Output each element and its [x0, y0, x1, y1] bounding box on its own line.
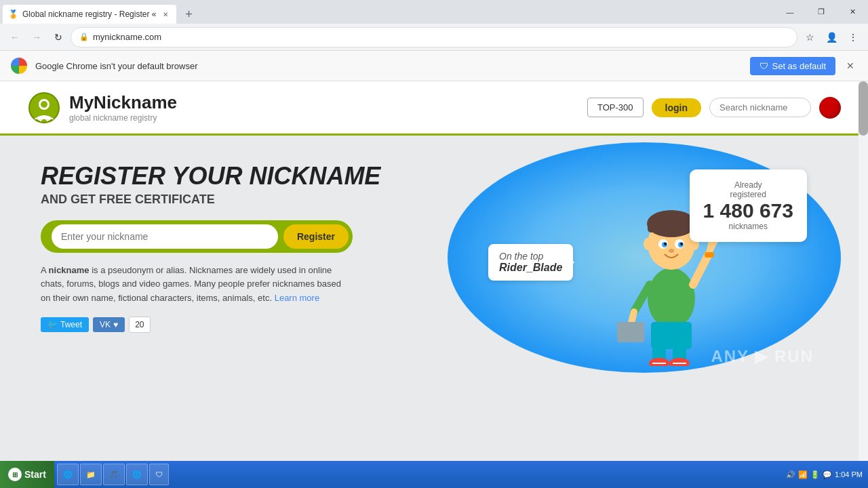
toolbar: ← → ↻ 🔒 mynickname.com ☆ 👤 ⋮ [0, 24, 868, 51]
set-default-button[interactable]: 🛡 Set as default [750, 57, 836, 75]
header-nav: TOP-300 login [587, 97, 841, 119]
bookmark-button[interactable]: ☆ [800, 28, 819, 47]
scrollbar-thumb[interactable] [859, 81, 868, 136]
logo-text-area: MyNickname global nickname registry [69, 92, 177, 123]
main-hero: REGISTER YOUR NICKNAME AND GET FREE CERT… [0, 136, 868, 461]
login-button[interactable]: login [652, 98, 701, 117]
svg-point-3 [648, 268, 695, 329]
register-button[interactable]: Register [283, 224, 349, 249]
learn-more-link[interactable]: Learn more [275, 293, 319, 303]
social-bar: 🐦 Tweet VK ♥ 20 [41, 317, 475, 333]
taskbar-tray: 🔊 📶 🔋 💬 1:04 PM [781, 470, 868, 479]
nickname-bold: nickname [49, 265, 90, 275]
logo-main-text: MyNickname [69, 92, 177, 113]
battery-icon: 🔋 [810, 470, 820, 479]
like-count: 20 [129, 317, 150, 333]
svg-point-2 [41, 101, 47, 108]
reload-button[interactable]: ↻ [49, 28, 68, 47]
anyrun-watermark: ANY ▶ RUN [711, 347, 814, 366]
logo-icon [27, 91, 61, 125]
svg-point-11 [664, 243, 667, 245]
taskbar: ⊞ Start 🌐 📁 🎵 🌐 🛡 🔊 📶 🔋 💬 1:04 PM [0, 461, 868, 488]
search-nickname-input[interactable] [709, 98, 811, 117]
logo-area: MyNickname global nickname registry [27, 91, 177, 125]
tab-title: Global nickname registry - Register « [22, 9, 156, 19]
minimize-button[interactable]: — [774, 0, 806, 24]
back-button[interactable]: ← [5, 28, 24, 47]
toolbar-right: ☆ 👤 ⋮ [800, 28, 863, 47]
heart-icon: ♥ [113, 320, 118, 329]
menu-button[interactable]: ⋮ [844, 28, 863, 47]
vk-icon: VK [100, 320, 111, 329]
svg-point-12 [680, 243, 683, 245]
window-controls: — ❐ ✕ [774, 0, 868, 24]
active-tab[interactable]: 🏅 Global nickname registry - Register « … [3, 5, 176, 24]
speaker-icon: 🔊 [786, 470, 795, 479]
folder-icon: 📁 [86, 470, 96, 479]
taskbar-item-media[interactable]: 🎵 [103, 464, 125, 485]
svg-point-13 [669, 249, 674, 253]
taskbar-items: 🌐 📁 🎵 🌐 🛡 [54, 464, 781, 485]
svg-point-20 [649, 358, 669, 366]
stats-already: Already [703, 180, 793, 190]
taskbar-clock: 1:04 PM [835, 470, 863, 479]
hero-left: REGISTER YOUR NICKNAME AND GET FREE CERT… [41, 156, 475, 333]
logo-sub-text: global nickname registry [69, 113, 177, 123]
new-tab-button[interactable]: + [179, 5, 198, 24]
titlebar: 🏅 Global nickname registry - Register « … [0, 0, 868, 24]
page-content: MyNickname global nickname registry TOP-… [0, 81, 868, 461]
nickname-input[interactable] [52, 224, 278, 249]
svg-rect-6 [648, 222, 695, 232]
top300-button[interactable]: TOP-300 [587, 98, 644, 117]
twitter-icon: 🐦 [47, 320, 58, 329]
notification-text: Google Chrome isn't your default browser [35, 61, 742, 71]
start-button[interactable]: ⊞ Start [0, 461, 54, 488]
chrome-icon: 🌐 [132, 470, 142, 479]
description-text: A nickname is a pseudonym or alias. Nick… [41, 264, 353, 306]
svg-rect-17 [651, 322, 692, 349]
notification-bar: Google Chrome isn't your default browser… [0, 51, 868, 81]
tab-favicon: 🏅 [8, 9, 18, 19]
taskbar-item-chrome[interactable]: 🌐 [126, 464, 148, 485]
hero-title-line2: AND GET FREE CERTIFICATE [41, 192, 475, 207]
taskbar-item-security[interactable]: 🛡 [149, 464, 169, 485]
bubble-line1: On the top [499, 251, 562, 262]
language-selector[interactable] [819, 97, 841, 119]
site-header: MyNickname global nickname registry TOP-… [0, 81, 868, 136]
chrome-logo-icon [11, 58, 27, 74]
forward-button[interactable]: → [27, 28, 46, 47]
taskbar-item-ie[interactable]: 🌐 [57, 464, 79, 485]
svg-point-14 [644, 238, 652, 250]
hero-title-line1: REGISTER YOUR NICKNAME [41, 163, 475, 190]
register-box: Register [41, 220, 353, 253]
taskbar-item-explorer[interactable]: 📁 [80, 464, 102, 485]
stats-registered: registered [703, 190, 793, 199]
tab-close-button[interactable]: ✕ [160, 9, 171, 20]
bubble-line2: Rider_Blade [499, 262, 562, 274]
ie-icon: 🌐 [63, 470, 73, 479]
hero-right: On the top Rider_Blade Already registere… [475, 156, 827, 373]
network-icon: 📶 [798, 470, 808, 479]
windows-icon: ⊞ [8, 468, 22, 481]
scrollbar-track[interactable] [859, 81, 868, 461]
svg-rect-24 [705, 252, 714, 258]
chrome-window: 🏅 Global nickname registry - Register « … [0, 0, 868, 461]
tweet-button[interactable]: 🐦 Tweet [41, 317, 89, 332]
vk-button[interactable]: VK ♥ [93, 317, 125, 332]
stats-nicknames: nicknames [703, 222, 793, 231]
svg-rect-16 [617, 322, 644, 342]
account-button[interactable]: 👤 [822, 28, 841, 47]
address-bar[interactable]: 🔒 mynickname.com [71, 27, 797, 47]
svg-point-21 [669, 358, 690, 366]
speech-bubble: On the top Rider_Blade [488, 244, 573, 281]
media-icon: 🎵 [109, 470, 119, 479]
close-button[interactable]: ✕ [837, 0, 868, 24]
shield-icon: 🛡 [155, 470, 163, 479]
maximize-button[interactable]: ❐ [806, 0, 837, 24]
message-icon: 💬 [823, 470, 832, 479]
notification-close-button[interactable]: ✕ [844, 59, 857, 73]
stats-number: 1 480 673 [703, 199, 793, 222]
stats-bubble: Already registered 1 480 673 nicknames [690, 169, 807, 242]
url-text: mynickname.com [93, 32, 789, 42]
shield-icon: 🛡 [760, 61, 768, 71]
